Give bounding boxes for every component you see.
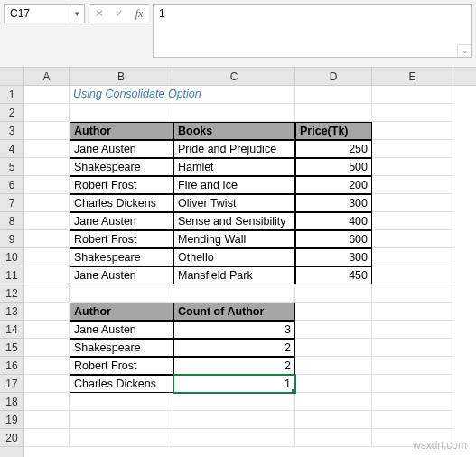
table-row[interactable]: Mansfield Park [173,266,295,284]
cell[interactable] [372,375,453,393]
active-cell[interactable]: 1 [173,375,295,393]
cell[interactable] [24,248,70,266]
col-header-d[interactable]: D [295,68,372,85]
expand-icon[interactable]: ⌄ [457,44,471,57]
table-row[interactable]: Robert Frost [70,176,173,194]
cell[interactable] [372,266,453,284]
row-header[interactable]: 6 [0,176,23,194]
row-header[interactable]: 4 [0,140,23,158]
cell[interactable] [70,104,173,122]
cell[interactable] [295,104,372,122]
row-header[interactable]: 8 [0,212,23,230]
table-header-price[interactable]: Price(Tk) [295,122,372,140]
col-header-b[interactable]: B [70,68,173,85]
col-header-c[interactable]: C [173,68,295,85]
cell[interactable] [372,303,453,321]
table-row[interactable]: Jane Austen [70,266,173,284]
name-box[interactable]: C17 ▾ [4,4,85,23]
cell[interactable] [173,393,295,411]
cell[interactable] [372,411,453,429]
cell[interactable] [70,429,173,447]
cancel-icon[interactable]: ✕ [89,5,109,23]
cell[interactable] [372,339,453,357]
row-header[interactable]: 9 [0,230,23,248]
page-title[interactable]: Using Consolidate Option [70,86,173,104]
table-row[interactable]: 2 [173,339,295,357]
row-header[interactable]: 16 [0,357,23,375]
table-row[interactable]: 400 [295,212,372,230]
cell[interactable] [24,176,70,194]
table-row[interactable]: Jane Austen [70,140,173,158]
cell[interactable] [24,393,70,411]
table-row[interactable]: 450 [295,266,372,284]
table-row[interactable]: Shakespeare [70,339,173,357]
cell[interactable] [24,104,70,122]
cell[interactable] [24,266,70,284]
dropdown-icon[interactable]: ▾ [70,5,84,23]
cell[interactable] [295,357,372,375]
cell[interactable] [372,86,453,104]
cell[interactable] [24,230,70,248]
cell[interactable] [70,284,173,303]
cell[interactable] [295,339,372,357]
fill-handle-icon[interactable] [292,389,295,393]
cell[interactable] [372,357,453,375]
confirm-icon[interactable]: ✓ [109,5,129,23]
cell[interactable] [173,411,295,429]
cell[interactable] [24,140,70,158]
cell[interactable] [24,122,70,140]
cell[interactable] [173,429,295,447]
table2-header-author[interactable]: Author [70,303,173,321]
table-row[interactable]: 300 [295,194,372,212]
cell[interactable] [173,104,295,122]
cell[interactable] [372,248,453,266]
table-row[interactable]: 2 [173,357,295,375]
row-header[interactable]: 19 [0,411,23,429]
grid[interactable]: Using Consolidate Option Author Books Pr… [24,86,476,457]
row-header[interactable]: 11 [0,266,23,284]
cell[interactable] [24,158,70,176]
table-row[interactable]: Othello [173,248,295,266]
cell[interactable] [295,375,372,393]
table-row[interactable]: 500 [295,158,372,176]
table-row[interactable]: Shakespeare [70,158,173,176]
table-row[interactable]: Robert Frost [70,230,173,248]
table-row[interactable]: Pride and Prejudice [173,140,295,158]
cell[interactable] [24,303,70,321]
table-row[interactable]: Mending Wall [173,230,295,248]
table-row[interactable]: Shakespeare [70,248,173,266]
cell[interactable] [372,284,453,303]
row-header[interactable]: 2 [0,104,23,122]
cell[interactable] [24,339,70,357]
cell[interactable] [24,411,70,429]
cell[interactable] [372,393,453,411]
cell[interactable] [372,122,453,140]
fx-icon[interactable]: fx [129,5,149,23]
cell[interactable] [24,86,70,104]
table-row[interactable]: Oliver Twist [173,194,295,212]
cell[interactable] [372,321,453,339]
cell[interactable] [295,284,372,303]
cell[interactable] [372,176,453,194]
table-row[interactable]: 250 [295,140,372,158]
cell[interactable] [70,393,173,411]
table-row[interactable]: Jane Austen [70,321,173,339]
table-row[interactable]: Hamlet [173,158,295,176]
table-row[interactable]: 600 [295,230,372,248]
cell[interactable] [24,194,70,212]
table-header-author[interactable]: Author [70,122,173,140]
cell[interactable] [24,357,70,375]
select-all-corner[interactable] [0,68,24,86]
cell[interactable] [372,230,453,248]
cell[interactable] [372,104,453,122]
row-header[interactable]: 14 [0,321,23,339]
cell[interactable] [372,212,453,230]
table-row[interactable]: Sense and Sensibility [173,212,295,230]
table-row[interactable]: Fire and Ice [173,176,295,194]
cell[interactable] [24,375,70,393]
formula-bar[interactable]: 1 ⌄ [153,4,472,58]
cell[interactable] [295,321,372,339]
table-row[interactable]: 300 [295,248,372,266]
cell[interactable] [24,321,70,339]
cell[interactable] [173,86,295,104]
